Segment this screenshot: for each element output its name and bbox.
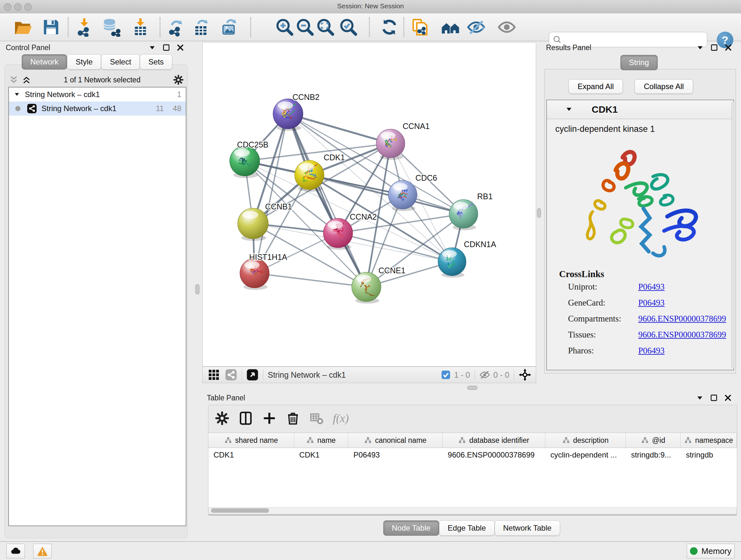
network-node-cdk1[interactable]: CDK1 xyxy=(294,153,345,192)
tab-sets[interactable]: Sets xyxy=(140,54,172,70)
crosslink-value-link[interactable]: 9606.ENSP00000378699 xyxy=(638,330,726,340)
network-edge-count: 48 xyxy=(173,104,181,113)
function-builder-button[interactable]: f(x) xyxy=(333,412,349,425)
open-in-window-icon[interactable] xyxy=(246,369,259,381)
panel-menu-icon[interactable] xyxy=(696,394,704,402)
network-graph[interactable]: CCNB2CCNA1CDC25BCDK1CDC6RB1CCNB1CCNA2CDK… xyxy=(203,43,536,366)
export-network-button[interactable] xyxy=(166,17,186,37)
memory-button[interactable]: Memory xyxy=(687,544,735,558)
column-header-shared-name[interactable]: shared name xyxy=(208,433,294,448)
collapse-all-button[interactable]: Collapse All xyxy=(634,79,693,94)
tab-select[interactable]: Select xyxy=(101,54,140,70)
expand-all-icon[interactable] xyxy=(22,75,31,84)
network-node-hist1h1a[interactable]: HIST1H1A xyxy=(240,253,287,290)
zoom-selected-button[interactable] xyxy=(339,17,358,37)
float-panel-icon[interactable] xyxy=(710,44,718,52)
tab-string[interactable]: String xyxy=(620,55,658,70)
table-horizontal-scrollbar[interactable] xyxy=(209,508,736,513)
share-view-icon[interactable] xyxy=(225,369,237,381)
refresh-button[interactable] xyxy=(380,17,399,37)
hide-selected-icon xyxy=(467,17,486,37)
column-header--id[interactable]: @id xyxy=(626,433,681,448)
warnings-button[interactable] xyxy=(33,544,52,558)
split-columns-button[interactable] xyxy=(239,411,253,426)
table-cell: stringdb:9... xyxy=(626,450,681,459)
network-edge xyxy=(309,175,463,214)
crosslink-value-link[interactable]: 9606.ENSP00000378699 xyxy=(638,314,726,324)
add-column-button[interactable] xyxy=(262,411,277,426)
column-header-name[interactable]: name xyxy=(294,433,348,448)
copy-network-button[interactable] xyxy=(410,17,429,37)
attribute-icon xyxy=(562,436,570,444)
bottom-splitter-handle[interactable] xyxy=(467,386,477,390)
close-panel-icon[interactable] xyxy=(724,44,732,52)
close-panel-icon[interactable] xyxy=(724,394,732,402)
settings-gear-icon[interactable] xyxy=(173,74,184,85)
settings-gear-button[interactable] xyxy=(215,411,229,426)
zoom-selected-icon xyxy=(339,17,358,37)
tree-expander-icon[interactable] xyxy=(13,91,20,98)
import-table-icon xyxy=(131,17,150,37)
crosslink-value-link[interactable]: P06493 xyxy=(638,298,665,308)
export-table-button[interactable] xyxy=(192,17,211,37)
network-node-cdkn1a[interactable]: CDKN1A xyxy=(438,240,496,278)
grid-view-icon[interactable] xyxy=(208,369,220,381)
import-table-button[interactable] xyxy=(131,17,150,37)
network-collection-row[interactable]: String Network – cdk1 1 xyxy=(9,87,186,102)
network-node-ccnb2[interactable]: CCNB2 xyxy=(273,92,320,131)
network-node-rb1[interactable]: RB1 xyxy=(449,192,493,230)
close-panel-icon[interactable] xyxy=(176,44,185,52)
table-row[interactable]: CDK1CDK1P064939606.ENSP00000378699cyclin… xyxy=(208,448,737,462)
zoom-out-button[interactable] xyxy=(295,17,315,37)
tab-network-table[interactable]: Network Table xyxy=(495,520,560,536)
zoom-in-button[interactable] xyxy=(275,17,294,37)
column-header-description[interactable]: description xyxy=(545,433,626,448)
network-node-ccna1[interactable]: CCNA1 xyxy=(376,122,429,160)
tab-style[interactable]: Style xyxy=(67,54,101,70)
fit-selected-crosshair-icon[interactable] xyxy=(519,368,531,381)
delete-button[interactable] xyxy=(286,411,300,426)
panel-menu-icon[interactable] xyxy=(148,44,156,52)
home-button[interactable] xyxy=(441,17,460,37)
status-bar: Memory xyxy=(0,541,741,560)
hidden-eye-slash-icon[interactable] xyxy=(479,369,490,380)
left-splitter-handle[interactable] xyxy=(195,284,199,294)
column-label: canonical name xyxy=(375,436,426,445)
hide-selected-button[interactable] xyxy=(467,17,486,37)
results-scrollbar[interactable] xyxy=(731,102,736,368)
open-folder-button[interactable] xyxy=(13,17,32,37)
results-buttons: Expand All Collapse All xyxy=(568,79,693,94)
float-panel-icon[interactable] xyxy=(162,44,171,52)
import-database-button[interactable] xyxy=(102,17,121,37)
import-network-button[interactable] xyxy=(75,17,94,37)
collapse-section-icon[interactable] xyxy=(565,105,573,114)
save-button[interactable] xyxy=(42,17,61,37)
column-label: name xyxy=(317,436,336,445)
column-header-namespace[interactable]: namespace xyxy=(681,433,737,448)
scrollbar-thumb[interactable] xyxy=(211,508,269,513)
tab-network[interactable]: Network xyxy=(22,54,67,70)
collapse-all-icon[interactable] xyxy=(9,75,18,84)
network-row-selected[interactable]: String Network – cdk1 11 48 xyxy=(9,102,186,116)
crosslink-value-link[interactable]: P06493 xyxy=(638,282,665,292)
panel-menu-icon[interactable] xyxy=(696,44,704,52)
show-selected-button[interactable] xyxy=(497,17,516,37)
selected-checkbox-icon[interactable] xyxy=(441,370,451,380)
gene-card-header[interactable]: CDK1 xyxy=(547,100,733,119)
zoom-out-icon xyxy=(295,17,315,37)
tab-edge-table[interactable]: Edge Table xyxy=(439,520,495,536)
cloud-button[interactable] xyxy=(6,544,25,558)
crosslink-label: Pharos: xyxy=(568,346,638,356)
right-splitter-handle[interactable] xyxy=(537,208,541,218)
float-panel-icon[interactable] xyxy=(710,394,718,402)
export-image-button[interactable] xyxy=(220,17,239,37)
tab-node-table[interactable]: Node Table xyxy=(383,520,439,536)
network-canvas[interactable]: CCNB2CCNA1CDC25BCDK1CDC6RB1CCNB1CCNA2CDK… xyxy=(202,42,536,367)
column-header-database-identifier[interactable]: database identifier xyxy=(443,433,545,448)
expand-all-button[interactable]: Expand All xyxy=(568,79,623,94)
main-toolbar: ? xyxy=(0,13,741,41)
zoom-fit-button[interactable] xyxy=(316,17,335,37)
crosslink-value-link[interactable]: P06493 xyxy=(638,346,665,356)
clear-table-button[interactable] xyxy=(309,411,324,426)
column-header-canonical-name[interactable]: canonical name xyxy=(348,433,443,448)
